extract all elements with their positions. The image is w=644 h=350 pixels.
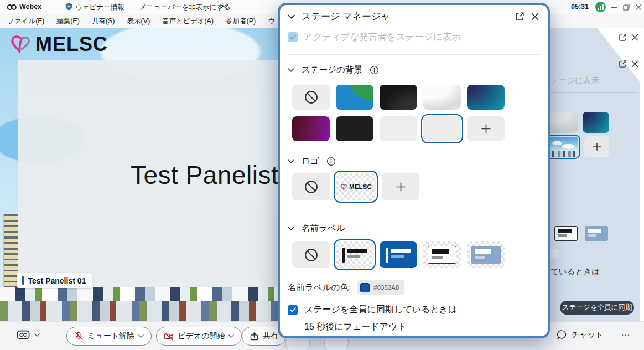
background-thumb-navy-teal[interactable] (467, 85, 505, 110)
none-icon (304, 248, 319, 262)
webex-logo-icon (7, 3, 17, 11)
logo-thumb-none[interactable] (292, 173, 330, 200)
panel-popout-icon[interactable] (619, 33, 627, 42)
name-label-style-translucent[interactable] (467, 241, 505, 268)
color-swatch (360, 283, 370, 292)
chevron-down-icon[interactable] (288, 68, 294, 72)
meeting-time: 05:31 (571, 3, 589, 11)
background-thumb-city-selected[interactable] (547, 137, 578, 157)
background-thumb-light-wave[interactable] (423, 85, 461, 110)
menu-audio-video[interactable]: 音声とビデオ(A) (162, 17, 214, 26)
info-icon[interactable] (370, 65, 379, 75)
label-preview (386, 248, 411, 262)
connection-quality-icon (595, 2, 606, 12)
close-window-button[interactable] (635, 4, 642, 11)
label-line (475, 256, 485, 259)
webinar-info-button[interactable]: ウェビナー情報 (75, 3, 124, 12)
name-label-style-outline[interactable] (423, 241, 461, 268)
clipped-sync-text: ているときは (550, 266, 600, 277)
label-bar (342, 248, 345, 262)
plus-icon (480, 123, 492, 135)
name-label-style-outline[interactable] (554, 226, 578, 241)
mic-off-icon (74, 331, 84, 341)
background-thumb-navy-teal[interactable] (583, 112, 609, 133)
add-background-button[interactable] (584, 136, 609, 157)
active-speaker-checkbox[interactable] (288, 32, 298, 42)
panel-close-icon[interactable] (631, 34, 638, 41)
hide-menubar-button[interactable]: メニューバーを非表示にする (139, 3, 231, 12)
label-line (588, 234, 596, 237)
label-preview (342, 248, 367, 262)
side-panel: テージに表示 8 ているときは ステージを全員に同期 (547, 28, 644, 321)
add-logo-button[interactable] (382, 173, 419, 200)
name-label-accent-bar (22, 276, 24, 285)
dialog-header: ステージ マネージャ (288, 10, 539, 23)
info-icon[interactable] (326, 157, 336, 166)
chat-button[interactable]: チャット (557, 330, 603, 340)
participant-name-label: Test Panelist 01 (17, 273, 92, 288)
logo-section-header: ロゴ (288, 156, 336, 167)
captions-control[interactable] (17, 330, 40, 340)
chevron-up-icon[interactable] (220, 5, 226, 9)
background-thumb-magenta-purple[interactable] (292, 116, 330, 141)
close-icon[interactable] (531, 13, 539, 20)
menu-file[interactable]: ファイル(F) (7, 17, 44, 26)
stage-brand-logo: MELSC (8, 33, 108, 56)
chevron-down-icon[interactable] (288, 227, 294, 230)
dialog-title: ステージ マネージャ (302, 10, 391, 23)
logo-thumb-melsc-selected[interactable]: MELSC (336, 173, 376, 200)
chevron-down-icon (34, 333, 40, 337)
chevron-down-icon[interactable] (288, 14, 295, 19)
background-thumb-city-selected[interactable] (423, 116, 461, 141)
side-panel-edge (640, 28, 644, 321)
webex-window: Webex ウェビナー情報 メニューバーを非表示にする 05:31 ファイル(F… (0, 0, 644, 350)
label-color-picker[interactable]: #0353A8 (357, 280, 404, 295)
background-thumb-white[interactable] (380, 116, 417, 141)
divider (551, 92, 637, 93)
start-video-button[interactable]: ビデオの開始 (156, 327, 242, 346)
name-label-style-translucent[interactable] (585, 226, 608, 241)
panel-popout-icon[interactable] (619, 60, 627, 68)
menu-share[interactable]: 共有(S) (92, 17, 115, 26)
restore-button[interactable] (623, 4, 630, 11)
chevron-down-icon[interactable] (288, 159, 294, 163)
background-thumb-light-wave[interactable] (547, 112, 578, 133)
app-name: Webex (19, 3, 41, 11)
add-background-button[interactable] (467, 116, 505, 141)
background-thumb-green-blue[interactable] (336, 85, 373, 110)
share-icon (250, 332, 259, 341)
label-line (558, 234, 567, 237)
melsc-heart-icon (340, 183, 348, 191)
menu-view[interactable]: 表示(V) (127, 17, 150, 26)
background-thumb-black[interactable] (336, 116, 373, 141)
plus-icon (592, 142, 602, 152)
label-line (475, 249, 491, 254)
more-options-button[interactable]: … (621, 327, 631, 338)
chat-label: チャット (572, 330, 603, 340)
panel-close-icon[interactable] (631, 60, 638, 68)
background-section-title: ステージの背景 (302, 64, 362, 76)
sync-stage-button[interactable]: ステージを全員に同期 (560, 301, 634, 315)
none-icon (304, 90, 319, 105)
name-label-style-blue-filled[interactable] (380, 241, 417, 268)
minimize-button[interactable] (611, 4, 617, 11)
label-color-caption: 名前ラベルの色: (288, 282, 351, 294)
background-thumb-none[interactable] (292, 85, 330, 110)
label-line (558, 229, 572, 233)
background-thumb-dark-wave[interactable] (380, 85, 417, 110)
name-label-style-left-bar-selected[interactable] (336, 241, 373, 268)
sync-fadeout-checkbox[interactable] (288, 305, 298, 315)
label-preview (428, 246, 456, 264)
label-line (432, 256, 443, 259)
chevron-down-icon (228, 334, 234, 338)
name-label-none[interactable] (292, 241, 330, 268)
check-icon (290, 307, 296, 312)
label-lines (391, 248, 411, 258)
popout-icon[interactable] (515, 12, 524, 21)
label-color-row: 名前ラベルの色: #0353A8 (288, 280, 404, 295)
unmute-button[interactable]: ミュート解除 (66, 327, 152, 346)
menu-participants[interactable]: 参加者(P) (226, 17, 256, 26)
start-video-label: ビデオの開始 (178, 331, 225, 341)
menu-edit[interactable]: 編集(E) (56, 17, 80, 26)
name-label-thumb-row (292, 241, 505, 268)
